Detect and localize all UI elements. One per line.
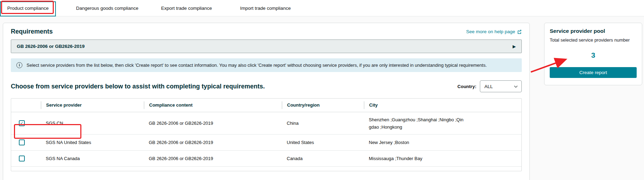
requirement-accordion-label: GB 2626-2006 or GB2626-2019 [17, 44, 85, 49]
column-header-compliance-content: Compliance content [144, 101, 282, 109]
chevron-down-icon [514, 84, 518, 89]
info-icon: i [16, 62, 22, 68]
tab-label: Import trade compliance [240, 6, 291, 11]
column-header-country-region: Country/region [282, 101, 364, 109]
country-filter-label: Country: [458, 84, 476, 89]
tab-import-trade-compliance[interactable]: Import trade compliance [236, 0, 295, 16]
cell-service-provider: SGS NA United States [41, 140, 144, 145]
row-checkbox[interactable] [19, 139, 25, 145]
table-row: ✓ SGS CN GB 2626-2006 or GB2626-2019 Chi… [11, 112, 521, 135]
row-checkbox-cell [11, 139, 41, 145]
service-provider-pool-panel: Service provider pool Total selected ser… [544, 23, 642, 85]
country-select-value: ALL [484, 84, 493, 89]
external-link-icon [517, 29, 522, 34]
column-header-service-provider: Service provider [41, 101, 144, 109]
row-checkbox-cell [11, 156, 41, 161]
tab-dangerous-goods-compliance[interactable]: Dangerous goods compliance [77, 0, 137, 16]
table-row-partial [11, 167, 521, 171]
choose-providers-header: Choose from service providers below to a… [11, 80, 522, 92]
cell-city: Mississauga ;Thunder Bay [369, 155, 422, 162]
tab-label: Dangerous goods compliance [76, 6, 139, 11]
help-page-link[interactable]: See more on help page [466, 29, 522, 34]
requirements-panel: Requirements See more on help page GB 26… [3, 23, 530, 180]
requirements-header: Requirements See more on help page [11, 28, 522, 35]
info-banner-text: Select service providers from the list b… [27, 62, 487, 69]
selected-providers-caption: Total selected service providers number [550, 37, 637, 43]
cell-city: Shenzhen ;Guangzhou ;Shanghai ;Ningbo ;Q… [369, 116, 466, 131]
requirements-title: Requirements [11, 28, 53, 35]
info-banner: i Select service providers from the list… [11, 58, 522, 72]
cell-service-provider: SGS NA Canada [41, 156, 144, 161]
cell-country-region: United States [282, 140, 364, 145]
accordion-expand-icon[interactable]: ▶ [513, 44, 516, 49]
row-checkbox-cell: ✓ [11, 120, 41, 126]
cell-compliance-content: GB 2626-2006 or GB2626-2019 [144, 140, 282, 145]
service-provider-pool-title: Service provider pool [550, 28, 637, 34]
service-provider-table: Service provider Compliance content Coun… [11, 98, 522, 171]
cell-country-region: China [282, 121, 364, 126]
create-report-button[interactable]: Create report [550, 67, 637, 78]
cell-service-provider: SGS CN [41, 121, 144, 126]
tab-label: Export trade compliance [161, 6, 212, 11]
help-page-link-label: See more on help page [466, 29, 515, 34]
table-header-row: Service provider Compliance content Coun… [11, 99, 521, 112]
row-checkbox[interactable] [19, 156, 25, 161]
tab-export-trade-compliance[interactable]: Export trade compliance [161, 0, 212, 16]
column-header-city: City [364, 101, 521, 109]
tab-product-compliance[interactable]: Product compliance [1, 0, 55, 16]
cell-city: New Jersey ;Boston [369, 139, 409, 146]
cell-compliance-content: GB 2626-2006 or GB2626-2019 [144, 121, 282, 126]
tab-label: Product compliance [7, 6, 49, 11]
table-row: SGS NA Canada GB 2626-2006 or GB2626-201… [11, 151, 521, 167]
choose-providers-title: Choose from service providers below to a… [11, 83, 265, 90]
compliance-tab-bar: Product compliance Dangerous goods compl… [0, 0, 644, 16]
country-filter: Country: ALL [458, 80, 522, 92]
country-select[interactable]: ALL [480, 80, 522, 92]
table-row: SGS NA United States GB 2626-2006 or GB2… [11, 135, 521, 151]
row-checkbox[interactable]: ✓ [19, 120, 25, 126]
cell-country-region: Canada [282, 156, 364, 161]
selected-providers-count: 3 [550, 51, 637, 59]
cell-compliance-content: GB 2626-2006 or GB2626-2019 [144, 156, 282, 161]
requirement-accordion[interactable]: GB 2626-2006 or GB2626-2019 ▶ [11, 39, 522, 53]
